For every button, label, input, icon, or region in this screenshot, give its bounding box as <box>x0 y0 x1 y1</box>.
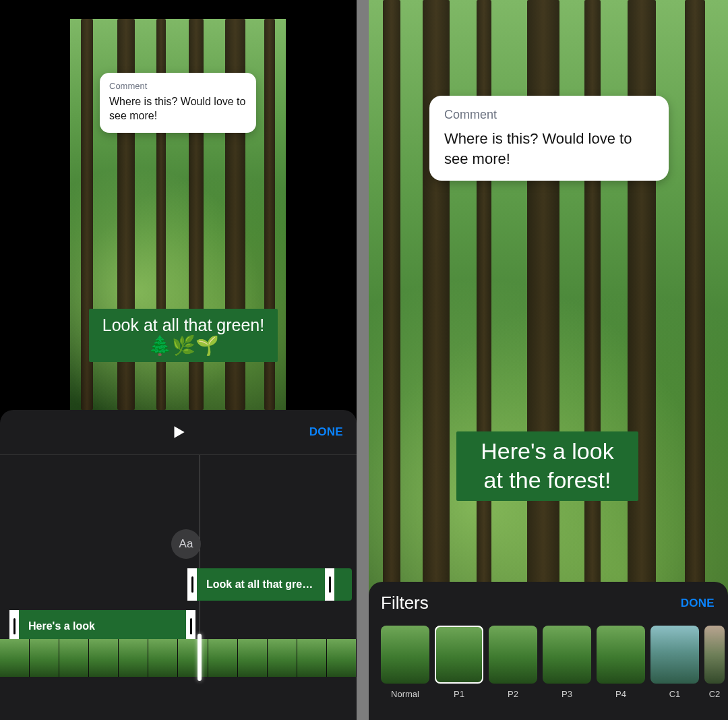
filters-header: Filters DONE <box>381 593 728 613</box>
filter-item-p3[interactable]: P3 <box>543 626 591 699</box>
right-panel: Comment Where is this? Would love to see… <box>369 0 728 720</box>
play-button[interactable] <box>170 423 187 441</box>
clip-handle-right[interactable] <box>325 568 334 601</box>
filter-thumb <box>704 626 725 684</box>
filter-item-p1[interactable]: P1 <box>435 626 483 699</box>
done-button[interactable]: DONE <box>681 597 715 610</box>
filter-thumb <box>650 626 699 684</box>
filters-row[interactable]: Normal P1 P2 P3 P4 <box>381 626 728 699</box>
comment-sticker[interactable]: Comment Where is this? Would love to see… <box>100 73 256 133</box>
filmstrip-scrubber[interactable] <box>198 634 202 681</box>
comment-text: Where is this? Would love to see more! <box>444 129 654 169</box>
text-timeline-editor: DONE Aa Look at all that green... Here's… <box>0 410 357 720</box>
filters-title: Filters <box>381 593 429 613</box>
filter-label: P1 <box>435 689 483 699</box>
panel-divider <box>357 0 369 720</box>
app-root: Comment Where is this? Would love to see… <box>0 0 728 720</box>
filter-item-c2[interactable]: C2 <box>704 626 725 699</box>
filter-label: Normal <box>381 689 429 699</box>
filter-thumb <box>543 626 591 684</box>
clip-handle-right[interactable] <box>186 610 195 642</box>
filter-thumb <box>435 626 483 684</box>
caption-sticker[interactable]: Here's a look at the forest! <box>456 431 638 501</box>
clip-text: Look at all that green... <box>197 578 325 591</box>
video-preview[interactable]: Comment Where is this? Would love to see… <box>70 19 286 410</box>
filter-label: C1 <box>650 689 699 699</box>
comment-sticker[interactable]: Comment Where is this? Would love to see… <box>429 96 669 181</box>
done-button[interactable]: DONE <box>309 425 343 439</box>
editor-toolbar: DONE <box>0 410 357 454</box>
filter-thumb <box>489 626 537 684</box>
caption-line2: at the forest! <box>467 466 628 495</box>
timeline[interactable]: Aa Look at all that green... Here's a lo… <box>0 454 357 677</box>
filter-label: C2 <box>704 689 725 699</box>
text-clip[interactable]: Here's a look <box>9 610 195 642</box>
caption-sticker[interactable]: Look at all that green! 🌲🌿🌱 <box>89 309 278 362</box>
filter-item-c1[interactable]: C1 <box>650 626 699 699</box>
filter-item-p2[interactable]: P2 <box>489 626 537 699</box>
play-icon <box>170 423 187 441</box>
video-filmstrip[interactable] <box>0 639 357 677</box>
comment-label: Comment <box>109 81 247 91</box>
text-clip[interactable]: Look at all that green... <box>187 568 352 601</box>
clip-text: Here's a look <box>19 620 104 632</box>
filter-item-p4[interactable]: P4 <box>597 626 645 699</box>
caption-text: Look at all that green! <box>100 314 267 336</box>
clip-handle-left[interactable] <box>9 610 19 642</box>
filter-label: P3 <box>543 689 591 699</box>
text-style-button[interactable]: Aa <box>171 529 201 559</box>
comment-label: Comment <box>444 108 654 122</box>
clip-handle-left[interactable] <box>187 568 197 601</box>
filter-label: P2 <box>489 689 537 699</box>
left-panel: Comment Where is this? Would love to see… <box>0 0 357 720</box>
filter-label: P4 <box>597 689 645 699</box>
filters-panel: Filters DONE Normal P1 P2 P3 <box>369 582 728 720</box>
caption-line1: Here's a look <box>467 437 628 466</box>
caption-emojis: 🌲🌿🌱 <box>100 336 267 355</box>
filter-thumb <box>597 626 645 684</box>
filter-item-normal[interactable]: Normal <box>381 626 429 699</box>
filter-thumb <box>381 626 429 684</box>
comment-text: Where is this? Would love to see more! <box>109 95 247 123</box>
